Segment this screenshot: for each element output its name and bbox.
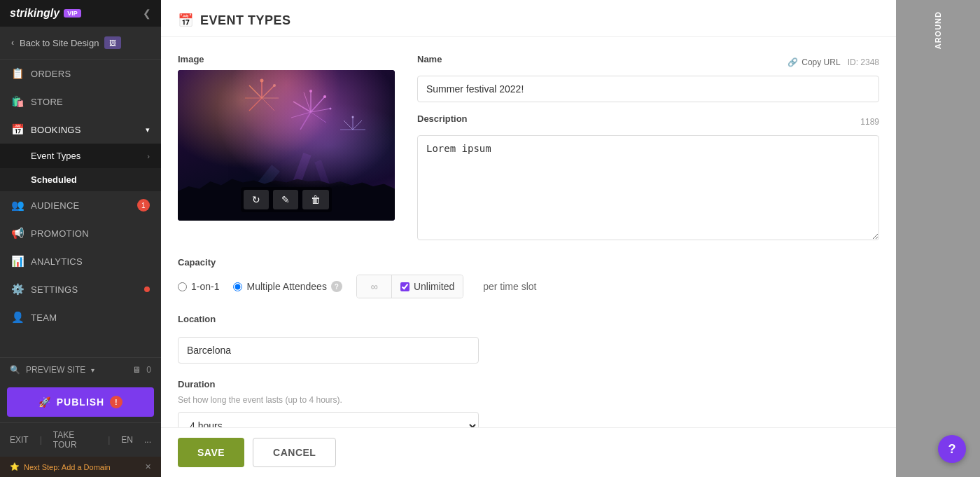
location-input[interactable]	[178, 337, 479, 364]
bookings-chevron-icon: ▾	[146, 125, 150, 134]
sidebar-item-promotion[interactable]: 📢 PROMOTION	[0, 219, 161, 247]
sidebar-item-analytics[interactable]: 📊 ANALYTICS	[0, 247, 161, 275]
back-arrow-icon: ‹	[11, 38, 14, 48]
per-slot-label: per time slot	[483, 281, 536, 292]
preview-chevron-icon: ▾	[91, 366, 94, 374]
analytics-icon: 📊	[11, 255, 24, 268]
sidebar-item-orders[interactable]: 📋 ORDERS	[0, 60, 161, 88]
capacity-multiple-label: Multiple Attendees	[246, 281, 326, 292]
name-description-section: Name 🔗 Copy URL ID: 2348 Description 118…	[417, 54, 879, 243]
description-textarea[interactable]: Lorem ipsum	[417, 135, 879, 240]
capacity-1on1-label: 1-on-1	[191, 281, 219, 292]
sidebar-collapse-icon[interactable]: ❮	[143, 8, 151, 19]
svg-line-21	[353, 120, 362, 130]
next-step-close-icon[interactable]: ✕	[145, 462, 151, 471]
back-to-site-button[interactable]: ‹ Back to Site Design 🖼	[0, 27, 161, 60]
name-field-header: Name 🔗 Copy URL ID: 2348	[417, 54, 879, 70]
bookings-label: BOOKINGS	[31, 125, 81, 135]
store-icon: 🛍️	[11, 95, 24, 108]
sidebar-item-settings[interactable]: ⚙️ SETTINGS	[0, 275, 161, 303]
sidebar-item-event-types[interactable]: Event Types ›	[0, 144, 161, 168]
image-section: Image	[178, 54, 395, 243]
sidebar-item-team[interactable]: 👤 TEAM	[0, 303, 161, 331]
copy-url-button[interactable]: 🔗 Copy URL	[788, 57, 840, 67]
copy-url-label: Copy URL	[802, 57, 840, 67]
image-refresh-button[interactable]: ↻	[244, 190, 269, 209]
exit-button[interactable]: EXIT	[10, 435, 29, 445]
sidebar: strikingly VIP ❮ ‹ Back to Site Design 🖼…	[0, 0, 161, 477]
link-icon: 🔗	[788, 57, 798, 67]
image-delete-button[interactable]: 🗑	[302, 190, 329, 209]
orders-icon: 📋	[11, 67, 24, 80]
svg-line-4	[300, 112, 311, 130]
capacity-section: Capacity 1-on-1 Multiple Attendees ? ∞ U…	[178, 257, 879, 298]
sidebar-bottom-bar: EXIT | TAKE TOUR | EN ...	[0, 422, 161, 457]
promotion-icon: 📢	[11, 227, 24, 240]
form-footer: SAVE CANCEL	[161, 427, 896, 477]
capacity-multiple-option[interactable]: Multiple Attendees ?	[233, 281, 342, 292]
event-name-input[interactable]	[417, 76, 879, 102]
sidebar-item-scheduled[interactable]: Scheduled	[0, 168, 161, 191]
publish-label: PUBLISH	[57, 396, 104, 408]
char-count: 1189	[860, 117, 879, 127]
preview-label: PREVIEW SITE	[26, 365, 85, 375]
capacity-infinity-symbol: ∞	[357, 275, 392, 298]
svg-point-9	[323, 95, 326, 98]
rocket-icon: 🚀	[38, 396, 51, 408]
promotion-label: PROMOTION	[31, 228, 89, 239]
sidebar-logo: strikingly VIP	[10, 7, 81, 20]
svg-line-14	[262, 98, 274, 111]
capacity-1on1-option[interactable]: 1-on-1	[178, 281, 219, 292]
right-panel: AROUND	[896, 0, 980, 477]
help-button[interactable]: ?	[938, 435, 966, 463]
more-menu-button[interactable]: ...	[144, 435, 151, 445]
preview-monitor-icon: 🖥	[132, 365, 141, 375]
publish-button[interactable]: 🚀 PUBLISH !	[7, 387, 154, 417]
form-top-row: Image	[178, 54, 879, 243]
orders-label: ORDERS	[31, 69, 71, 79]
page-header: 📅 EVENT TYPES	[161, 0, 896, 37]
audience-icon: 👥	[11, 199, 24, 212]
location-section: Location	[178, 314, 879, 364]
svg-line-6	[293, 102, 311, 112]
site-icon: 🖼	[104, 36, 121, 49]
language-selector[interactable]: EN	[121, 435, 133, 445]
star-icon: ⭐	[10, 462, 20, 471]
svg-line-7	[304, 92, 311, 112]
sidebar-item-bookings[interactable]: 📅 BOOKINGS ▾	[0, 116, 161, 144]
scheduled-label: Scheduled	[31, 174, 77, 185]
preview-site-button[interactable]: 🔍 PREVIEW SITE ▾ 🖥 0	[0, 357, 161, 382]
capacity-multiple-radio[interactable]	[233, 282, 242, 291]
next-step-bar: ⭐ Next Step: Add a Domain ✕	[0, 457, 161, 477]
capacity-1on1-radio[interactable]	[178, 282, 187, 291]
event-types-chevron-icon: ›	[147, 152, 150, 160]
svg-line-17	[249, 85, 262, 98]
duration-label: Duration	[178, 379, 879, 389]
image-edit-button[interactable]: ✎	[273, 190, 298, 209]
save-button[interactable]: SAVE	[178, 438, 244, 467]
audience-badge: 1	[137, 199, 150, 212]
description-field-header: Description 1189	[417, 113, 879, 130]
settings-dot	[144, 286, 150, 292]
svg-point-25	[352, 116, 354, 118]
image-label: Image	[178, 54, 395, 64]
team-label: TEAM	[31, 312, 57, 323]
unlimited-checkbox[interactable]	[400, 282, 410, 291]
svg-point-10	[330, 108, 332, 110]
help-icon[interactable]: ?	[331, 281, 342, 292]
image-action-bar: ↻ ✎ 🗑	[241, 187, 332, 212]
svg-line-15	[249, 98, 262, 111]
cancel-button[interactable]: CANCEL	[253, 438, 336, 467]
store-label: STORE	[31, 97, 63, 107]
event-types-label: Event Types	[31, 151, 80, 161]
event-id-label: ID: 2348	[848, 57, 879, 67]
bookings-submenu: Event Types › Scheduled	[0, 144, 161, 191]
svg-line-1	[311, 97, 325, 112]
take-tour-button[interactable]: TAKE TOUR	[53, 430, 97, 450]
capacity-input-group: ∞ Unlimited	[356, 275, 463, 298]
svg-line-3	[311, 112, 326, 123]
bookings-icon: 📅	[11, 123, 24, 136]
settings-icon: ⚙️	[11, 283, 24, 296]
sidebar-item-audience[interactable]: 👥 AUDIENCE 1	[0, 191, 161, 219]
sidebar-item-store[interactable]: 🛍️ STORE	[0, 88, 161, 116]
